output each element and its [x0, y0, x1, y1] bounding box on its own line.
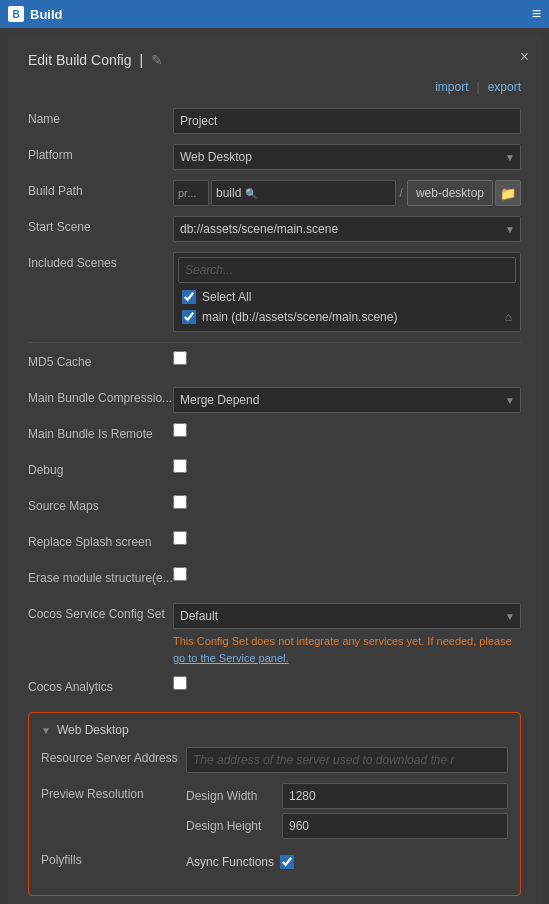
design-height-input[interactable] — [282, 813, 508, 839]
build-path-part1: pr... — [173, 180, 209, 206]
md5-cache-checkbox[interactable] — [173, 351, 187, 365]
erase-module-label: Erase module structure(e... — [28, 567, 173, 585]
scenes-box: Select All main (db://assets/scene/main.… — [173, 252, 521, 332]
collapse-arrow-icon: ▼ — [41, 725, 51, 736]
name-input[interactable] — [173, 108, 521, 134]
resource-server-control — [186, 747, 508, 773]
main-bundle-comp-label: Main Bundle Compressio... — [28, 387, 173, 405]
platform-control: Web Desktop Web Mobile Android iOS Windo… — [173, 144, 521, 170]
folder-button[interactable]: 📁 — [495, 180, 521, 206]
replace-splash-label: Replace Splash screen — [28, 531, 173, 549]
cocos-service-select[interactable]: Default — [173, 603, 521, 629]
preview-res-label: Preview Resolution — [41, 783, 186, 801]
included-scenes-control: Select All main (db://assets/scene/main.… — [173, 252, 521, 332]
panel-actions: import | export — [28, 80, 521, 94]
main-bundle-comp-row: Main Bundle Compressio... Merge Depend N… — [28, 387, 521, 413]
web-desktop-header[interactable]: ▼ Web Desktop — [41, 723, 508, 737]
source-maps-label: Source Maps — [28, 495, 173, 513]
preview-res-grid: Design Width Design Height — [186, 783, 508, 839]
close-button[interactable]: × — [520, 48, 529, 66]
build-path-middle: build 🔍 — [211, 180, 396, 206]
import-button[interactable]: import — [435, 80, 468, 94]
action-divider: | — [477, 80, 480, 94]
select-all-item: Select All — [178, 287, 516, 307]
service-panel-link[interactable]: go to the Service panel. — [173, 652, 289, 664]
scene-item-label: main (db://assets/scene/main.scene) — [202, 310, 397, 324]
replace-splash-row: Replace Splash screen — [28, 531, 521, 557]
main-bundle-comp-control: Merge Depend None Merge All Depend ▼ — [173, 387, 521, 413]
export-button[interactable]: export — [488, 80, 521, 94]
menu-icon[interactable]: ≡ — [532, 5, 541, 23]
cocos-analytics-control — [173, 676, 521, 693]
scene-item-checkbox[interactable] — [182, 310, 196, 324]
preview-res-row: Preview Resolution Design Width Design H… — [41, 783, 508, 839]
source-maps-checkbox[interactable] — [173, 495, 187, 509]
start-scene-row: Start Scene db://assets/scene/main.scene… — [28, 216, 521, 242]
source-maps-control — [173, 495, 521, 512]
build-path-inputs: pr... build 🔍 / web-desktop 📁 — [173, 180, 521, 206]
build-path-label: Build Path — [28, 180, 173, 198]
async-functions-checkbox[interactable] — [280, 855, 294, 869]
cocos-service-warning: This Config Set does not integrate any s… — [173, 633, 521, 666]
panel-separator: | — [140, 52, 144, 68]
design-width-row: Design Width — [186, 783, 508, 809]
panel-header: Edit Build Config | ✎ — [28, 52, 521, 68]
build-path-row: Build Path pr... build 🔍 / web-desktop 📁 — [28, 180, 521, 206]
name-row: Name — [28, 108, 521, 134]
polyfills-label: Polyfills — [41, 849, 186, 867]
platform-row: Platform Web Desktop Web Mobile Android … — [28, 144, 521, 170]
build-path-control: pr... build 🔍 / web-desktop 📁 — [173, 180, 521, 206]
design-width-label: Design Width — [186, 789, 276, 803]
resource-server-label: Resource Server Address — [41, 747, 186, 765]
cocos-analytics-row: Cocos Analytics — [28, 676, 521, 702]
cocos-service-row: Cocos Service Config Set Default ▼ This … — [28, 603, 521, 666]
design-height-label: Design Height — [186, 819, 276, 833]
start-scene-select-wrap: db://assets/scene/main.scene ▼ — [173, 216, 521, 242]
platform-label: Platform — [28, 144, 173, 162]
title-bar: B Build ≡ — [0, 0, 549, 28]
main-bundle-remote-label: Main Bundle Is Remote — [28, 423, 173, 441]
platform-select-wrap: Web Desktop Web Mobile Android iOS Windo… — [173, 144, 521, 170]
panel-title: Edit Build Config — [28, 52, 132, 68]
build-path-build: build — [216, 186, 241, 200]
design-width-input[interactable] — [282, 783, 508, 809]
debug-control — [173, 459, 521, 476]
main-bundle-remote-checkbox[interactable] — [173, 423, 187, 437]
included-scenes-label: Included Scenes — [28, 252, 173, 270]
debug-label: Debug — [28, 459, 173, 477]
polyfills-row: Polyfills Async Functions — [41, 849, 508, 875]
main-panel: Edit Build Config | ✎ × import | export … — [8, 36, 541, 904]
build-path-last: web-desktop — [407, 180, 493, 206]
start-scene-select[interactable]: db://assets/scene/main.scene — [173, 216, 521, 242]
md5-cache-control — [173, 351, 521, 368]
build-icon: B — [8, 6, 24, 22]
replace-splash-checkbox[interactable] — [173, 531, 187, 545]
scene-home-icon: ⌂ — [505, 310, 512, 324]
scenes-search-input[interactable] — [178, 257, 516, 283]
main-bundle-comp-select-wrap: Merge Depend None Merge All Depend ▼ — [173, 387, 521, 413]
edit-icon[interactable]: ✎ — [151, 52, 163, 68]
build-path-search-icon: 🔍 — [245, 188, 257, 199]
start-scene-control: db://assets/scene/main.scene ▼ — [173, 216, 521, 242]
async-functions-row: Async Functions — [186, 855, 508, 869]
name-control — [173, 108, 521, 134]
preview-res-control: Design Width Design Height — [186, 783, 508, 839]
platform-select[interactable]: Web Desktop Web Mobile Android iOS Windo… — [173, 144, 521, 170]
md5-cache-label: MD5 Cache — [28, 351, 173, 369]
warning-text-content: This Config Set does not integrate any s… — [173, 635, 512, 647]
async-functions-label: Async Functions — [186, 855, 274, 869]
select-all-checkbox[interactable] — [182, 290, 196, 304]
polyfills-control: Async Functions — [186, 849, 508, 869]
resource-server-input[interactable] — [186, 747, 508, 773]
erase-module-control — [173, 567, 521, 584]
cocos-service-label: Cocos Service Config Set — [28, 603, 173, 621]
main-bundle-comp-select[interactable]: Merge Depend None Merge All Depend — [173, 387, 521, 413]
erase-module-checkbox[interactable] — [173, 567, 187, 581]
cocos-analytics-checkbox[interactable] — [173, 676, 187, 690]
scene-item: main (db://assets/scene/main.scene) ⌂ — [178, 307, 516, 327]
resource-server-row: Resource Server Address — [41, 747, 508, 773]
debug-checkbox[interactable] — [173, 459, 187, 473]
cocos-service-select-wrap: Default ▼ — [173, 603, 521, 629]
web-desktop-section: ▼ Web Desktop Resource Server Address Pr… — [28, 712, 521, 896]
select-all-label: Select All — [202, 290, 251, 304]
